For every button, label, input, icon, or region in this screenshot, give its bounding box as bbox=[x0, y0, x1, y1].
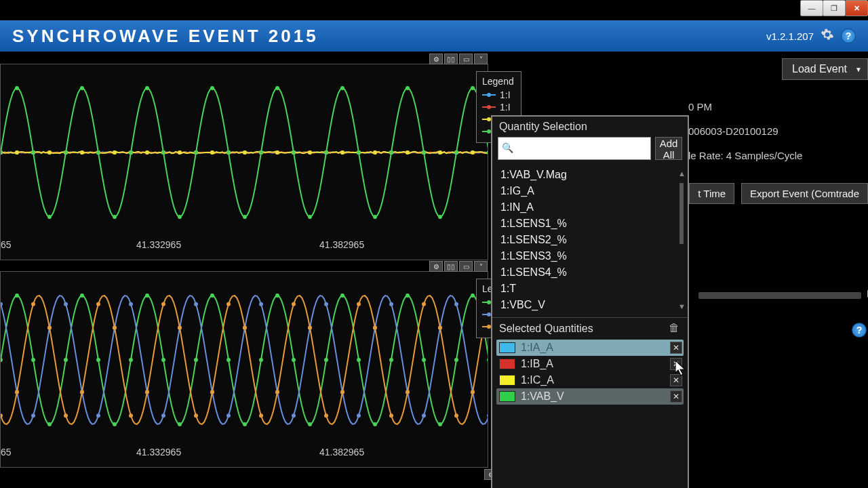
legend-item[interactable]: 1:I bbox=[482, 102, 514, 113]
svg-point-155 bbox=[1, 302, 3, 306]
svg-point-153 bbox=[471, 293, 475, 298]
svg-point-190 bbox=[64, 413, 68, 418]
svg-point-131 bbox=[113, 422, 117, 426]
xtick: 41.332965 bbox=[136, 239, 181, 250]
timeline-scrollbar[interactable] bbox=[698, 292, 861, 299]
svg-point-202 bbox=[259, 413, 263, 418]
remove-quantity-icon[interactable]: ✕ bbox=[670, 342, 682, 354]
svg-point-143 bbox=[308, 422, 312, 426]
svg-point-215 bbox=[471, 390, 475, 394]
chart-dual-icon[interactable]: ▯▯ bbox=[444, 261, 458, 272]
svg-point-140 bbox=[259, 358, 263, 362]
settings-gear-icon[interactable] bbox=[821, 28, 834, 44]
svg-point-63 bbox=[15, 150, 19, 155]
search-icon: 🔍 bbox=[502, 142, 513, 153]
add-all-button[interactable]: Add All bbox=[655, 137, 682, 160]
load-event-button[interactable]: Load Event bbox=[782, 58, 868, 80]
chart-panel-1: ⚙ ▯▯ ▭ ˅ Legend 1:I1:I1:I1:V 65 41.33296… bbox=[0, 64, 488, 260]
quantity-search-input[interactable] bbox=[498, 137, 651, 160]
time-button[interactable]: t Time bbox=[689, 183, 734, 204]
svg-point-135 bbox=[178, 422, 182, 426]
quantity-item[interactable]: 1:VBC_V bbox=[498, 297, 682, 313]
export-button[interactable]: Export Event (Comtrade bbox=[741, 183, 868, 204]
svg-point-157 bbox=[31, 413, 35, 418]
quantity-item[interactable]: 1:IG_A bbox=[498, 183, 682, 199]
svg-point-187 bbox=[15, 390, 19, 394]
svg-point-137 bbox=[210, 293, 214, 298]
titlebar: SYNCHROWAVE EVENT 2015 v1.2.1.207 ? bbox=[0, 20, 868, 52]
selected-quantity-row[interactable]: 1:IA_A✕ bbox=[496, 340, 684, 356]
svg-point-191 bbox=[80, 390, 84, 394]
svg-point-197 bbox=[178, 326, 182, 330]
chart-single-icon[interactable]: ▭ bbox=[459, 261, 473, 272]
svg-point-89 bbox=[438, 150, 442, 155]
chart-2-plot[interactable] bbox=[1, 279, 488, 440]
svg-point-81 bbox=[308, 150, 312, 155]
legend-swatch bbox=[482, 106, 496, 108]
xtick: 65 bbox=[1, 447, 12, 458]
chart-dropdown-icon[interactable]: ˅ bbox=[474, 54, 488, 64]
chart-dropdown-icon[interactable]: ˅ bbox=[474, 261, 488, 272]
svg-point-141 bbox=[275, 293, 279, 298]
chart-single-icon[interactable]: ▭ bbox=[459, 54, 473, 64]
svg-point-121 bbox=[454, 150, 458, 155]
svg-point-134 bbox=[161, 358, 165, 362]
color-swatch bbox=[499, 359, 515, 369]
quantity-item[interactable]: 1:LSENS4_% bbox=[498, 264, 682, 281]
trash-icon[interactable]: 🗑 bbox=[669, 322, 682, 336]
scroll-down-icon[interactable]: ▼ bbox=[678, 302, 685, 310]
svg-point-186 bbox=[1, 413, 3, 418]
svg-point-129 bbox=[80, 293, 84, 298]
chart-dual-icon[interactable]: ▯▯ bbox=[444, 54, 458, 64]
svg-point-204 bbox=[292, 302, 296, 306]
svg-point-111 bbox=[292, 150, 296, 155]
svg-point-98 bbox=[80, 86, 84, 90]
quantity-item[interactable]: 1:IN_A bbox=[498, 199, 682, 216]
scroll-up-icon[interactable]: ▲ bbox=[678, 169, 685, 178]
selected-quantity-label: 1:IA_A bbox=[521, 342, 553, 354]
selected-quantity-row[interactable]: 1:VAB_V✕ bbox=[496, 388, 684, 405]
xtick: 41.382965 bbox=[319, 239, 364, 250]
scroll-thumb[interactable] bbox=[679, 183, 684, 244]
legend-item[interactable]: 1:I bbox=[482, 89, 514, 100]
help-icon[interactable]: ? bbox=[852, 323, 867, 338]
quantity-item[interactable]: 1:LSENS1_% bbox=[498, 216, 682, 232]
help-icon[interactable]: ? bbox=[841, 28, 856, 43]
chart-gear-icon[interactable]: ⚙ bbox=[429, 261, 443, 272]
svg-point-163 bbox=[129, 302, 133, 306]
quantity-selection-title: Quantity Selection bbox=[492, 117, 688, 137]
svg-point-118 bbox=[406, 86, 410, 90]
close-button[interactable]: ✕ bbox=[845, 0, 868, 16]
selected-quantity-row[interactable]: 1:IC_A✕ bbox=[496, 372, 684, 388]
selected-quantity-row[interactable]: 1:IB_A✕ bbox=[496, 356, 684, 372]
minimize-button[interactable]: — bbox=[800, 0, 823, 16]
chart-1-plot[interactable] bbox=[1, 71, 488, 232]
svg-point-208 bbox=[357, 302, 361, 306]
maximize-button[interactable]: ❐ bbox=[823, 0, 846, 16]
svg-point-113 bbox=[324, 150, 328, 155]
app-version: v1.2.1.207 bbox=[766, 30, 814, 42]
chart-gear-icon[interactable]: ⚙ bbox=[429, 54, 443, 64]
svg-point-196 bbox=[161, 302, 165, 306]
selected-quantity-label: 1:VAB_V bbox=[521, 390, 564, 403]
quantity-item[interactable]: 1:T bbox=[498, 281, 682, 297]
quantity-item[interactable]: 1:VAB_V.Mag bbox=[498, 167, 682, 183]
legend-swatch bbox=[482, 94, 496, 96]
svg-point-94 bbox=[15, 86, 19, 90]
svg-point-203 bbox=[275, 390, 279, 394]
svg-point-150 bbox=[422, 358, 426, 362]
svg-point-198 bbox=[194, 413, 198, 418]
remove-quantity-icon[interactable]: ✕ bbox=[670, 390, 682, 403]
svg-point-79 bbox=[275, 150, 279, 155]
svg-point-169 bbox=[226, 413, 231, 418]
svg-point-114 bbox=[340, 86, 344, 90]
svg-point-179 bbox=[389, 302, 393, 306]
svg-point-108 bbox=[243, 215, 247, 219]
info-rate: le Rate: 4 Samples/Cycle bbox=[688, 144, 861, 168]
quantity-item[interactable]: 1:LSENS3_% bbox=[498, 248, 682, 264]
svg-point-116 bbox=[373, 215, 377, 219]
svg-point-73 bbox=[178, 150, 182, 155]
quantity-list[interactable]: ▲ ▼ 1:VAB_V.Mag1:IG_A1:IN_A1:LSENS1_%1:L… bbox=[492, 165, 688, 314]
selected-quantities-list: 1:IA_A✕1:IB_A✕1:IC_A✕1:VAB_V✕ bbox=[492, 338, 688, 406]
quantity-item[interactable]: 1:LSENS2_% bbox=[498, 232, 682, 248]
